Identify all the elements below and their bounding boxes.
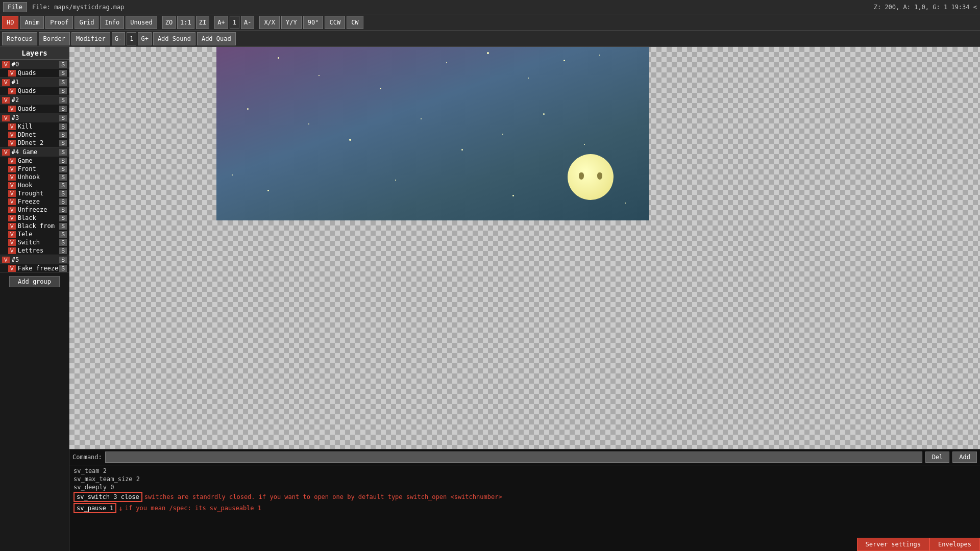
- tb-unused-button[interactable]: Unused: [126, 16, 157, 29]
- layer-group-0-s[interactable]: S: [59, 61, 67, 68]
- layer-blackfrom-v[interactable]: V: [8, 223, 16, 230]
- layer-quads-1-s[interactable]: S: [59, 88, 67, 94]
- tb-info-button[interactable]: Info: [100, 16, 124, 29]
- layer-item-fakefreeze[interactable]: V Fake freeze S: [0, 264, 69, 272]
- layer-group-1-v[interactable]: V: [2, 79, 10, 86]
- layer-group-0-header[interactable]: V #0 S: [0, 60, 69, 69]
- file-menu-button[interactable]: File: [3, 2, 27, 12]
- layer-item-quads-2[interactable]: V Quads S: [0, 105, 69, 113]
- layer-lettres-v[interactable]: V: [8, 247, 16, 254]
- tb-gplus-button[interactable]: G+: [138, 32, 151, 45]
- tb-gminus-button[interactable]: G-: [112, 32, 125, 45]
- tb-grid-button[interactable]: Grid: [75, 16, 99, 29]
- layer-freeze-s[interactable]: S: [59, 198, 67, 205]
- layer-item-quads-0[interactable]: V Quads S: [0, 69, 69, 77]
- layer-tele-s[interactable]: S: [59, 231, 67, 238]
- layer-hook-s[interactable]: S: [59, 182, 67, 189]
- tb-cw-button[interactable]: CW: [347, 16, 363, 29]
- layer-item-trought[interactable]: V Trought S: [0, 189, 69, 197]
- map-canvas[interactable]: [69, 47, 980, 449]
- layer-unfreeze-s[interactable]: S: [59, 207, 67, 213]
- layer-group-1-s[interactable]: S: [59, 79, 67, 86]
- layer-group-2-header[interactable]: V #2 S: [0, 95, 69, 105]
- layer-item-blackfrom[interactable]: V Black from S: [0, 222, 69, 230]
- tb-modifier-button[interactable]: Modifier: [71, 32, 110, 45]
- tb-proof-button[interactable]: Proof: [45, 16, 73, 29]
- envelopes-button[interactable]: Envelopes: [929, 538, 980, 551]
- layer-quads-1-v[interactable]: V: [8, 88, 16, 94]
- layer-item-unhook[interactable]: V Unhook S: [0, 173, 69, 181]
- layer-item-game[interactable]: V Game S: [0, 157, 69, 165]
- tb-aminus-button[interactable]: A-: [241, 16, 254, 29]
- layer-group-0-v[interactable]: V: [2, 61, 10, 68]
- layer-item-switch[interactable]: V Switch S: [0, 238, 69, 246]
- tb-hd-button[interactable]: HD: [2, 16, 18, 29]
- layer-item-lettres[interactable]: V Lettres S: [0, 246, 69, 255]
- layer-item-kill[interactable]: V Kill S: [0, 122, 69, 131]
- tb-90deg-button[interactable]: 90°: [303, 16, 324, 29]
- layer-blackfrom-s[interactable]: S: [59, 223, 67, 230]
- layer-front-v[interactable]: V: [8, 166, 16, 172]
- tb-addquad-button[interactable]: Add Quad: [197, 32, 236, 45]
- layer-item-ddnet[interactable]: V DDnet S: [0, 131, 69, 139]
- layer-group-4-v[interactable]: V: [2, 149, 10, 156]
- layer-group-1-header[interactable]: V #1 S: [0, 78, 69, 87]
- layer-group-3-s[interactable]: S: [59, 115, 67, 121]
- layer-ddnet2-s[interactable]: S: [59, 140, 67, 146]
- layer-lettres-s[interactable]: S: [59, 247, 67, 254]
- layer-black-s[interactable]: S: [59, 215, 67, 221]
- layer-unhook-s[interactable]: S: [59, 174, 67, 181]
- layer-item-black[interactable]: V Black S: [0, 214, 69, 222]
- layer-group-5-header[interactable]: V #5 S: [0, 255, 69, 264]
- layer-switch-s[interactable]: S: [59, 239, 67, 246]
- tb-xx-button[interactable]: X/X: [259, 16, 280, 29]
- layer-fakefreeze-v[interactable]: V: [8, 265, 16, 272]
- tb-refocus-button[interactable]: Refocus: [2, 32, 37, 45]
- tb-border-button[interactable]: Border: [39, 32, 70, 45]
- layer-item-tele[interactable]: V Tele S: [0, 230, 69, 238]
- tb-addsound-button[interactable]: Add Sound: [153, 32, 195, 45]
- layer-item-quads-1[interactable]: V Quads S: [0, 87, 69, 95]
- layer-group-2-v[interactable]: V: [2, 97, 10, 104]
- tb-zi-button[interactable]: ZI: [196, 16, 209, 29]
- layer-kill-v[interactable]: V: [8, 123, 16, 130]
- layer-item-ddnet2[interactable]: V DDnet 2 S: [0, 139, 69, 147]
- add-group-button[interactable]: Add group: [9, 276, 60, 287]
- layer-freeze-v[interactable]: V: [8, 198, 16, 205]
- layer-front-s[interactable]: S: [59, 166, 67, 172]
- layer-hook-v[interactable]: V: [8, 182, 16, 189]
- layers-header[interactable]: Layers: [0, 47, 69, 60]
- layer-switch-v[interactable]: V: [8, 239, 16, 246]
- layer-group-4-header[interactable]: V #4 Game S: [0, 147, 69, 157]
- layer-item-hook[interactable]: V Hook S: [0, 181, 69, 189]
- layer-quads-2-v[interactable]: V: [8, 106, 16, 112]
- server-settings-button[interactable]: Server settings: [857, 538, 929, 551]
- layer-ddnet-s[interactable]: S: [59, 132, 67, 138]
- layer-black-v[interactable]: V: [8, 215, 16, 221]
- layer-quads-0-v[interactable]: V: [8, 70, 16, 77]
- layer-group-4-s[interactable]: S: [59, 149, 67, 156]
- layer-item-front[interactable]: V Front S: [0, 165, 69, 173]
- layer-group-3-v[interactable]: V: [2, 115, 10, 121]
- layer-item-freeze[interactable]: V Freeze S: [0, 197, 69, 206]
- tb-anim-button[interactable]: Anim: [20, 16, 44, 29]
- layer-group-2-s[interactable]: S: [59, 97, 67, 104]
- layer-group-5-s[interactable]: S: [59, 257, 67, 263]
- layer-quads-0-s[interactable]: S: [59, 70, 67, 77]
- tb-yy-button[interactable]: Y/Y: [281, 16, 302, 29]
- layer-ddnet-v[interactable]: V: [8, 132, 16, 138]
- tb-aplus-button[interactable]: A+: [214, 16, 228, 29]
- layer-game-v[interactable]: V: [8, 158, 16, 164]
- layer-unhook-v[interactable]: V: [8, 174, 16, 181]
- tb-ccw-button[interactable]: CCW: [325, 16, 345, 29]
- layer-game-s[interactable]: S: [59, 158, 67, 164]
- command-del-button[interactable]: Del: [925, 452, 950, 463]
- layer-quads-2-s[interactable]: S: [59, 106, 67, 112]
- layer-trought-s[interactable]: S: [59, 190, 67, 197]
- layer-group-5-v[interactable]: V: [2, 257, 10, 263]
- layer-fakefreeze-s[interactable]: S: [59, 265, 67, 272]
- command-add-button[interactable]: Add: [952, 452, 977, 463]
- layer-unfreeze-v[interactable]: V: [8, 207, 16, 213]
- layer-ddnet2-v[interactable]: V: [8, 140, 16, 146]
- layer-group-3-header[interactable]: V #3 S: [0, 113, 69, 122]
